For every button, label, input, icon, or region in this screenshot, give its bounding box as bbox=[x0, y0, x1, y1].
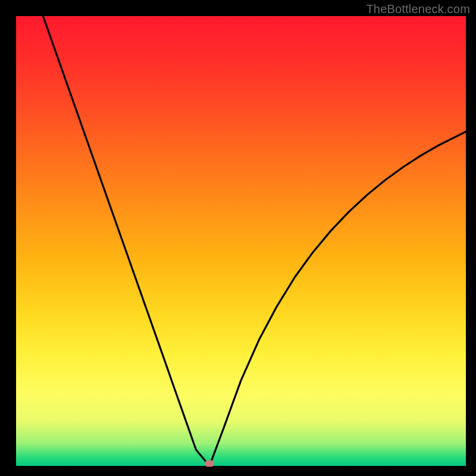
chart-frame: TheBottleneck.com bbox=[0, 0, 476, 476]
bottleneck-curve bbox=[16, 16, 466, 466]
minimum-marker bbox=[205, 461, 214, 467]
watermark-text: TheBottleneck.com bbox=[366, 2, 470, 16]
plot-area bbox=[16, 16, 466, 466]
